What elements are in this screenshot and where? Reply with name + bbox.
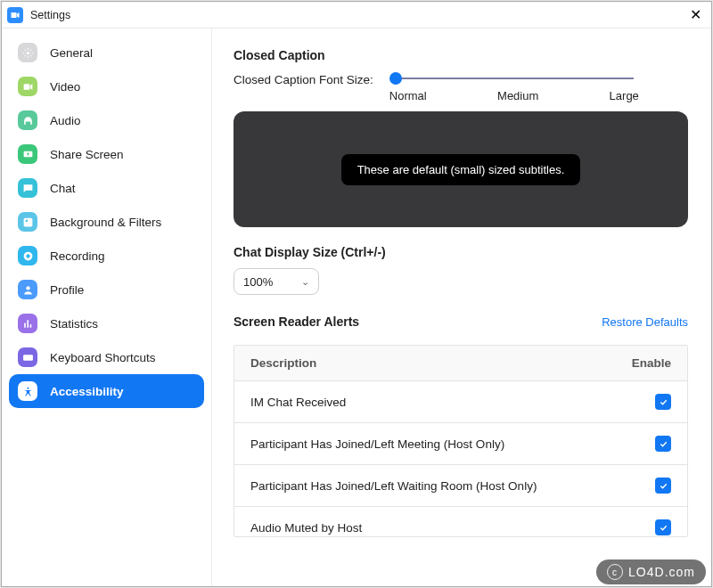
alert-enable-checkbox[interactable] — [655, 519, 671, 535]
sidebar-item-label: General — [50, 46, 93, 60]
sidebar-item-label: Audio — [50, 114, 81, 127]
sidebar-item-profile[interactable]: Profile — [9, 273, 204, 306]
closed-caption-section: Closed Caption Closed Caption Font Size:… — [234, 48, 693, 227]
sidebar-item-statistics[interactable]: Statistics — [9, 306, 204, 340]
titlebar: Settings ✕ — [2, 2, 711, 29]
sidebar-item-label: Profile — [50, 283, 84, 297]
sidebar-item-label: Video — [50, 80, 80, 94]
slider-track-line — [395, 78, 634, 79]
alerts-row: Participant Has Joined/Left Meeting (Hos… — [234, 423, 687, 465]
sidebar-item-chat[interactable]: Chat — [9, 171, 204, 205]
cc-size-label: Closed Caption Font Size: — [234, 71, 373, 86]
filters-icon — [18, 212, 37, 232]
sidebar-item-audio[interactable]: Audio — [9, 103, 204, 137]
alerts-header-row: Description Enable — [234, 346, 687, 381]
accessibility-icon — [18, 381, 37, 401]
sidebar-item-general[interactable]: General — [9, 36, 204, 69]
record-icon — [18, 246, 37, 265]
cc-size-slider[interactable]: Normal Medium Large — [389, 71, 639, 102]
slider-label-medium: Medium — [497, 89, 538, 102]
slider-knob[interactable] — [389, 72, 402, 85]
screen-reader-alerts-section: Screen Reader Alerts Restore Defaults De… — [234, 314, 693, 537]
sidebar-item-keyboard-shortcuts[interactable]: Keyboard Shortcuts — [9, 340, 204, 374]
alerts-row: IM Chat Received — [234, 381, 687, 423]
sidebar-item-accessibility[interactable]: Accessibility — [9, 374, 204, 408]
svg-point-6 — [26, 286, 29, 290]
restore-defaults-link[interactable]: Restore Defaults — [602, 315, 688, 329]
alert-description: Audio Muted by Host — [250, 521, 621, 535]
svg-point-0 — [26, 51, 29, 53]
alert-enable-checkbox[interactable] — [655, 478, 671, 494]
slider-label-normal: Normal — [389, 89, 427, 102]
profile-icon — [18, 280, 37, 299]
gear-icon — [18, 43, 37, 62]
chat-display-select[interactable]: 100% ⌄ — [234, 268, 319, 295]
sidebar-item-label: Chat — [50, 182, 76, 195]
headphones-icon — [18, 110, 37, 130]
sidebar: GeneralVideoAudioShare ScreenChatBackgro… — [2, 29, 212, 586]
keyboard-icon — [18, 347, 37, 367]
svg-rect-2 — [23, 217, 32, 226]
alert-description: Participant Has Joined/Left Waiting Room… — [250, 479, 621, 493]
sidebar-item-label: Keyboard Shortcuts — [50, 351, 156, 364]
svg-rect-7 — [23, 355, 33, 361]
chat-display-section: Chat Display Size (Ctrl+/-) 100% ⌄ — [234, 245, 693, 295]
col-enable: Enable — [621, 356, 671, 370]
alerts-heading: Screen Reader Alerts — [234, 314, 359, 329]
alert-enable-checkbox[interactable] — [655, 394, 671, 410]
video-icon — [18, 77, 37, 96]
alert-description: Participant Has Joined/Left Meeting (Hos… — [250, 437, 621, 451]
sidebar-item-video[interactable]: Video — [9, 69, 204, 103]
settings-window: Settings ✕ GeneralVideoAudioShare Screen… — [1, 1, 712, 587]
sidebar-item-share-screen[interactable]: Share Screen — [9, 137, 204, 171]
slider-label-large: Large — [610, 89, 639, 102]
cc-preview: These are default (small) sized subtitle… — [234, 111, 688, 227]
alert-description: IM Chat Received — [250, 396, 621, 409]
sidebar-item-recording[interactable]: Recording — [9, 239, 204, 273]
sidebar-item-label: Recording — [50, 249, 105, 263]
sidebar-item-background-filters[interactable]: Background & Filters — [9, 205, 204, 239]
cc-heading: Closed Caption — [234, 48, 693, 62]
sidebar-item-label: Statistics — [50, 317, 98, 331]
alerts-table[interactable]: Description Enable IM Chat ReceivedParti… — [234, 345, 688, 537]
chat-display-heading: Chat Display Size (Ctrl+/-) — [234, 245, 693, 259]
stats-icon — [18, 314, 37, 333]
share-icon — [18, 144, 37, 164]
cc-preview-text: These are default (small) sized subtitle… — [341, 154, 581, 185]
alert-enable-checkbox[interactable] — [655, 436, 671, 452]
content-pane: Closed Caption Closed Caption Font Size:… — [212, 29, 711, 586]
svg-point-3 — [25, 219, 28, 222]
app-icon — [7, 7, 23, 23]
sidebar-item-label: Share Screen — [50, 148, 124, 161]
svg-point-5 — [26, 254, 29, 257]
alerts-row: Audio Muted by Host — [234, 507, 687, 537]
col-description: Description — [250, 356, 621, 370]
sidebar-item-label: Background & Filters — [50, 216, 161, 229]
svg-point-8 — [27, 387, 29, 388]
window-title: Settings — [30, 9, 70, 21]
close-button[interactable]: ✕ — [684, 4, 706, 26]
chevron-down-icon: ⌄ — [301, 276, 309, 288]
chat-display-value: 100% — [243, 275, 273, 289]
alerts-row: Participant Has Joined/Left Waiting Room… — [234, 465, 687, 507]
chat-icon — [18, 178, 37, 198]
sidebar-item-label: Accessibility — [50, 385, 124, 398]
